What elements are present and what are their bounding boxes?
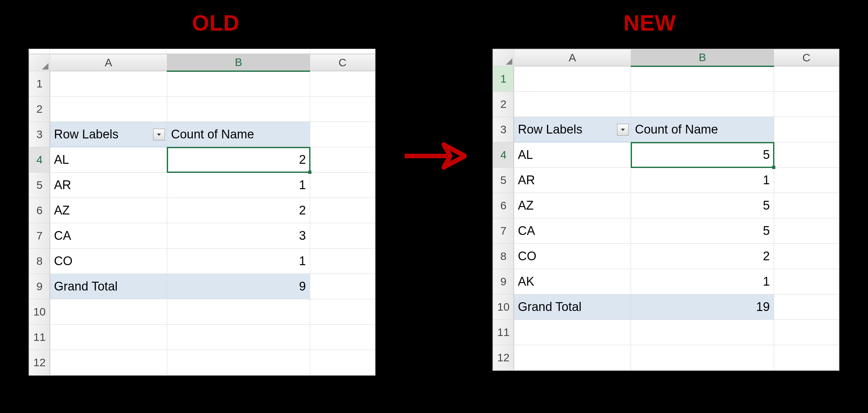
cell[interactable]: [310, 71, 375, 96]
pivot-row-labels-header[interactable]: Row Labels: [514, 117, 631, 142]
cell[interactable]: [310, 223, 375, 249]
cell[interactable]: [774, 244, 839, 269]
pivot-row-label[interactable]: AR: [514, 168, 631, 193]
row-header[interactable]: 12: [29, 350, 50, 375]
cell[interactable]: [774, 92, 839, 117]
pivot-row-label[interactable]: CA: [514, 218, 631, 244]
row-header[interactable]: 3: [29, 122, 50, 147]
pivot-value[interactable]: 5: [631, 193, 774, 218]
row-header[interactable]: 10: [29, 299, 50, 325]
cell[interactable]: [631, 92, 774, 117]
cell[interactable]: [167, 71, 310, 96]
pivot-row-label[interactable]: AZ: [50, 198, 167, 223]
new-sheet[interactable]: A B C 1 2 3: [493, 49, 839, 371]
pivot-value[interactable]: 3: [167, 223, 310, 249]
row-header[interactable]: 7: [493, 218, 514, 244]
pivot-grand-total-value[interactable]: 9: [167, 274, 310, 299]
row-header[interactable]: 4: [493, 142, 514, 168]
cell[interactable]: [310, 299, 375, 325]
cell[interactable]: [631, 320, 774, 345]
pivot-row-labels-header[interactable]: Row Labels: [50, 122, 167, 147]
cell[interactable]: [310, 274, 375, 299]
cell[interactable]: [167, 299, 310, 325]
row-header[interactable]: 6: [493, 193, 514, 218]
row-header[interactable]: 2: [29, 96, 50, 122]
cell[interactable]: [774, 168, 839, 193]
cell[interactable]: [774, 193, 839, 218]
row-header[interactable]: 7: [29, 223, 50, 249]
cell[interactable]: [50, 71, 167, 96]
row-header[interactable]: 11: [29, 325, 50, 350]
cell[interactable]: [774, 117, 839, 142]
pivot-value[interactable]: 1: [167, 172, 310, 198]
cell[interactable]: [167, 325, 310, 350]
filter-dropdown-icon[interactable]: [153, 129, 165, 140]
select-all-corner[interactable]: [29, 54, 50, 71]
cell[interactable]: [514, 66, 631, 92]
pivot-value-selected[interactable]: 5: [631, 142, 774, 168]
cell[interactable]: [514, 92, 631, 117]
cell[interactable]: [774, 218, 839, 244]
row-header[interactable]: 5: [493, 168, 514, 193]
cell[interactable]: [310, 198, 375, 223]
pivot-grand-total-value[interactable]: 19: [631, 294, 774, 320]
cell[interactable]: [50, 325, 167, 350]
cell[interactable]: [167, 350, 310, 375]
pivot-row-label[interactable]: AR: [50, 172, 167, 198]
pivot-row-label[interactable]: AL: [50, 147, 167, 172]
pivot-row-label[interactable]: CO: [50, 249, 167, 274]
cell[interactable]: [631, 345, 774, 371]
cell[interactable]: [50, 350, 167, 375]
cell[interactable]: [310, 249, 375, 274]
pivot-row-label[interactable]: AZ: [514, 193, 631, 218]
cell[interactable]: [774, 142, 839, 168]
cell[interactable]: [50, 96, 167, 122]
row-header[interactable]: 8: [29, 249, 50, 274]
cell[interactable]: [631, 66, 774, 92]
cell[interactable]: [310, 350, 375, 375]
pivot-value[interactable]: 1: [631, 168, 774, 193]
row-header[interactable]: 1: [493, 66, 514, 92]
cell[interactable]: [167, 96, 310, 122]
pivot-row-label[interactable]: AL: [514, 142, 631, 168]
cell[interactable]: [774, 66, 839, 92]
cell[interactable]: [310, 147, 375, 172]
row-header[interactable]: 9: [29, 274, 50, 299]
cell[interactable]: [774, 320, 839, 345]
filter-dropdown-icon[interactable]: [617, 124, 629, 135]
pivot-value-header[interactable]: Count of Name: [167, 122, 310, 147]
row-header[interactable]: 6: [29, 198, 50, 223]
row-header[interactable]: 9: [493, 269, 514, 294]
cell[interactable]: [310, 172, 375, 198]
pivot-row-label[interactable]: CA: [50, 223, 167, 249]
row-header[interactable]: 5: [29, 172, 50, 198]
pivot-value-header[interactable]: Count of Name: [631, 117, 774, 142]
row-header[interactable]: 3: [493, 117, 514, 142]
cell[interactable]: [774, 345, 839, 371]
row-header[interactable]: 4: [29, 147, 50, 172]
pivot-value[interactable]: 1: [167, 249, 310, 274]
pivot-grand-total-label[interactable]: Grand Total: [50, 274, 167, 299]
pivot-value[interactable]: 2: [167, 198, 310, 223]
old-sheet[interactable]: A B C 1 2 3: [29, 54, 375, 375]
pivot-row-label[interactable]: CO: [514, 244, 631, 269]
col-header-A[interactable]: A: [514, 50, 631, 66]
pivot-row-label[interactable]: AK: [514, 269, 631, 294]
pivot-value-selected[interactable]: 2: [167, 147, 310, 172]
col-header-C[interactable]: C: [774, 50, 839, 66]
cell[interactable]: [514, 320, 631, 345]
cell[interactable]: [774, 269, 839, 294]
row-header[interactable]: 12: [493, 345, 514, 371]
row-header[interactable]: 11: [493, 320, 514, 345]
cell[interactable]: [514, 345, 631, 371]
cell[interactable]: [310, 122, 375, 147]
row-header[interactable]: 10: [493, 294, 514, 320]
pivot-value[interactable]: 1: [631, 269, 774, 294]
cell[interactable]: [310, 325, 375, 350]
col-header-A[interactable]: A: [50, 54, 167, 71]
pivot-value[interactable]: 2: [631, 244, 774, 269]
pivot-grand-total-label[interactable]: Grand Total: [514, 294, 631, 320]
col-header-B[interactable]: B: [167, 54, 310, 71]
cell[interactable]: [774, 294, 839, 320]
pivot-value[interactable]: 5: [631, 218, 774, 244]
